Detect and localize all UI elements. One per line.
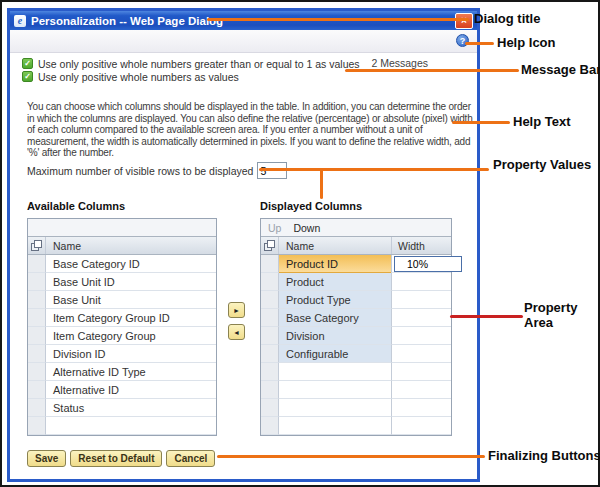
cell-empty bbox=[391, 363, 451, 381]
available-header-row: Name bbox=[28, 237, 216, 255]
cell-name[interactable]: Base Unit bbox=[46, 291, 216, 309]
row-selector[interactable] bbox=[28, 291, 46, 309]
cell-name[interactable]: Division ID bbox=[46, 345, 216, 363]
cell-name[interactable]: Item Category Group bbox=[46, 327, 216, 345]
cell-name[interactable]: Base Unit ID bbox=[46, 273, 216, 291]
cell-empty bbox=[46, 417, 216, 435]
width-input[interactable] bbox=[394, 256, 462, 272]
displayed-columns-table: Up Down Name Width Product ID Product Pr… bbox=[260, 218, 452, 436]
cancel-button[interactable]: Cancel bbox=[166, 450, 215, 467]
cell-width[interactable] bbox=[391, 309, 451, 327]
cell-name[interactable]: Status bbox=[46, 399, 216, 417]
table-row[interactable]: Product Type bbox=[261, 291, 451, 309]
table-row-empty bbox=[261, 399, 451, 417]
cell-name[interactable]: Product bbox=[279, 273, 391, 291]
cell-width[interactable] bbox=[391, 327, 451, 345]
annotation-property-area: Property Area bbox=[524, 300, 596, 330]
cell-name[interactable]: Item Category Group ID bbox=[46, 309, 216, 327]
reset-to-default-button[interactable]: Reset to Default bbox=[70, 450, 162, 467]
cell-name[interactable]: Base Category bbox=[279, 309, 391, 327]
available-columns-table: Name Base Category ID Base Unit ID Base … bbox=[27, 218, 217, 436]
table-row-selected[interactable]: Product ID bbox=[261, 255, 451, 273]
annotation-line-finalizing-buttons bbox=[217, 455, 485, 458]
cell-empty bbox=[279, 363, 391, 381]
table-row[interactable]: Item Category Group ID bbox=[28, 309, 216, 327]
annotation-line-help-icon bbox=[465, 42, 494, 45]
cell-empty bbox=[391, 381, 451, 399]
cell-width[interactable] bbox=[391, 291, 451, 309]
row-selector[interactable] bbox=[261, 345, 279, 363]
row-selector[interactable] bbox=[28, 399, 46, 417]
cell-name[interactable]: Alternative ID bbox=[46, 381, 216, 399]
row-selector bbox=[28, 417, 46, 435]
cell-name[interactable]: Alternative ID Type bbox=[46, 363, 216, 381]
annotation-property-values: Property Values bbox=[493, 157, 591, 172]
annotation-line-property-area bbox=[450, 315, 523, 318]
table-row-empty bbox=[28, 417, 216, 435]
annotation-line-property-values bbox=[259, 168, 489, 171]
cell-name[interactable]: Base Category ID bbox=[46, 255, 216, 273]
annotation-help-icon: Help Icon bbox=[497, 35, 556, 50]
row-selector[interactable] bbox=[28, 327, 46, 345]
annotation-line-property-values-branch bbox=[320, 168, 323, 199]
table-row[interactable]: Base Unit bbox=[28, 291, 216, 309]
success-check-icon: ✓ bbox=[22, 58, 33, 69]
table-row[interactable]: Item Category Group bbox=[28, 327, 216, 345]
select-all-icon[interactable] bbox=[261, 237, 279, 254]
row-selector bbox=[261, 363, 279, 381]
annotation-line-dialog-title bbox=[207, 18, 469, 21]
annotation-dialog-title: Dialog title bbox=[474, 11, 540, 26]
row-selector[interactable] bbox=[261, 255, 279, 273]
table-row[interactable]: Division ID bbox=[28, 345, 216, 363]
table-row[interactable]: Division bbox=[261, 327, 451, 345]
screenshot-frame: e Personalization -- Web Page Dialog × ?… bbox=[0, 0, 600, 487]
row-selector[interactable] bbox=[28, 255, 46, 273]
help-icon[interactable]: ? bbox=[456, 34, 469, 47]
available-table-toolbar bbox=[28, 219, 216, 237]
table-row[interactable]: Base Category ID bbox=[28, 255, 216, 273]
row-selector[interactable] bbox=[28, 309, 46, 327]
row-selector[interactable] bbox=[261, 309, 279, 327]
row-selector[interactable] bbox=[261, 273, 279, 291]
table-row[interactable]: Alternative ID Type bbox=[28, 363, 216, 381]
move-buttons: ► ◄ bbox=[228, 302, 248, 346]
row-selector[interactable] bbox=[261, 327, 279, 345]
row-selector[interactable] bbox=[28, 273, 46, 291]
cell-name[interactable]: Division bbox=[279, 327, 391, 345]
table-row[interactable]: Status bbox=[28, 399, 216, 417]
row-selector[interactable] bbox=[261, 291, 279, 309]
column-header-name: Name bbox=[279, 237, 391, 254]
displayed-header-row: Name Width bbox=[261, 237, 451, 255]
row-selector bbox=[261, 399, 279, 417]
table-row[interactable]: Base Category bbox=[261, 309, 451, 327]
cell-empty bbox=[279, 381, 391, 399]
row-selector[interactable] bbox=[28, 345, 46, 363]
table-row[interactable]: Base Unit ID bbox=[28, 273, 216, 291]
cell-width[interactable] bbox=[391, 273, 451, 291]
table-row[interactable]: Alternative ID bbox=[28, 381, 216, 399]
save-button[interactable]: Save bbox=[27, 450, 66, 467]
arrow-right-icon[interactable]: ► bbox=[228, 302, 245, 318]
cell-width[interactable] bbox=[391, 345, 451, 363]
success-check-icon: ✓ bbox=[22, 71, 33, 82]
down-button[interactable]: Down bbox=[293, 222, 320, 234]
select-all-icon[interactable] bbox=[28, 237, 46, 254]
table-row[interactable]: Product bbox=[261, 273, 451, 291]
annotation-line-help-text bbox=[452, 121, 510, 124]
dialog-title: Personalization -- Web Page Dialog bbox=[31, 15, 223, 27]
message-item: ✓ Use only positive whole numbers greate… bbox=[22, 57, 360, 70]
row-selector[interactable] bbox=[28, 363, 46, 381]
annotation-finalizing-buttons: Finalizing Buttons bbox=[488, 448, 600, 463]
table-row[interactable]: Configurable bbox=[261, 345, 451, 363]
arrow-left-icon[interactable]: ◄ bbox=[228, 324, 245, 340]
row-selector[interactable] bbox=[28, 381, 46, 399]
available-columns-title: Available Columns bbox=[27, 200, 125, 212]
message-count[interactable]: 2 Messages bbox=[371, 57, 428, 69]
cell-name[interactable]: Product Type bbox=[279, 291, 391, 309]
cell-empty bbox=[279, 399, 391, 417]
dialog-toolbar: ? bbox=[10, 30, 477, 53]
cell-name[interactable]: Configurable bbox=[279, 345, 391, 363]
up-button[interactable]: Up bbox=[268, 222, 281, 234]
cell-name[interactable]: Product ID bbox=[279, 255, 391, 273]
message-text: Use only positive whole numbers as value… bbox=[38, 71, 239, 83]
